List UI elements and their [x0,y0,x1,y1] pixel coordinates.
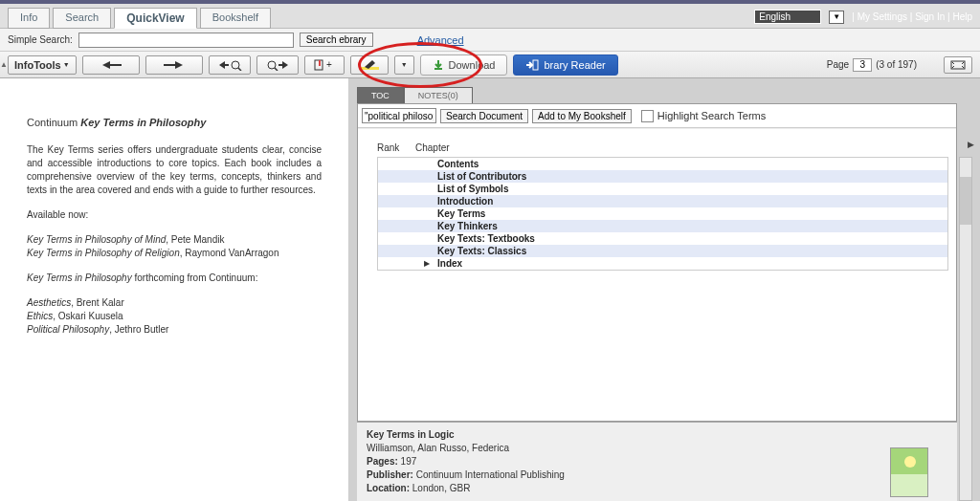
simple-search-row: Simple Search: Search ebrary Advanced [0,29,980,52]
infotools-button[interactable]: InfoTools▼ [8,55,77,75]
svg-text:+: + [326,59,332,70]
book-thumbnail[interactable] [890,447,928,497]
prev-page-button[interactable] [82,55,140,75]
collapse-icon[interactable]: ▲ [0,60,8,69]
toc-row[interactable]: List of Symbols [378,183,947,195]
toc-row[interactable]: Key Texts: Classics [378,245,947,257]
toc-row[interactable]: Key Terms [378,207,947,220]
highlight-terms-checkbox[interactable] [641,110,654,122]
reader-icon [525,59,539,71]
header-links: | My Settings | Sign In | Help [852,11,972,22]
svg-rect-10 [951,61,965,69]
document-page: Continuum Key Terms in Philosophy The Ke… [0,78,349,501]
toc-list: Contents List of Contributors List of Sy… [377,157,948,271]
search-document-button[interactable]: Search Document [440,109,528,123]
tab-quickview[interactable]: QuickView [114,8,196,29]
tab-search[interactable]: Search [53,8,111,29]
forthcoming-label: Key Terms in Philosophy forthcoming from… [27,272,322,285]
toc-pane: ▶ TOC NOTES(0) Search Document Add to My… [349,78,980,501]
svg-point-0 [232,61,239,69]
page-label: Page [827,59,849,70]
tab-info[interactable]: Info [8,8,50,29]
fullscreen-button[interactable] [944,56,972,74]
svg-rect-9 [533,60,538,70]
document-search-input[interactable] [362,108,436,123]
toc-row[interactable]: ▶Index [378,257,947,270]
advanced-search-link[interactable]: Advanced [417,34,464,46]
toc-row[interactable]: Key Thinkers [378,220,947,232]
toolbar: ▲ InfoTools▼ + ▼ Download brary Reader P… [0,52,980,78]
toc-row[interactable]: Key Texts: Textbooks [378,232,947,245]
highlight-terms-label: Highlight Search Terms [657,110,767,121]
sign-in-link[interactable]: Sign In [915,11,945,22]
document-search-row: Search Document Add to My Bookshelf High… [358,104,956,128]
zoom-in-button[interactable] [256,55,299,75]
svg-line-1 [238,68,241,71]
search-label: Simple Search: [8,34,73,45]
search-ebrary-button[interactable]: Search ebrary [300,33,373,47]
book-title: Key Terms in Logic [367,428,947,442]
highlight-button[interactable] [350,55,389,75]
svg-point-2 [268,61,276,69]
expand-icon[interactable]: ▶ [968,140,974,149]
dropdown-button[interactable]: ▼ [394,55,414,75]
series-title: Continuum Key Terms in Philosophy [27,117,322,128]
book-metadata: Key Terms in Logic Williamson, Alan Russ… [357,422,957,501]
tab-bookshelf[interactable]: Bookshelf [200,8,271,29]
zoom-out-button[interactable] [209,55,251,75]
available-now-label: Available now: [27,208,322,222]
svg-line-3 [275,68,278,71]
forthcoming-list: Aesthetics, Brent Kalar Ethics, Oskari K… [27,296,322,337]
svg-rect-5 [319,60,321,66]
language-dropdown-icon[interactable]: ▼ [829,11,844,24]
toc-row[interactable]: Introduction [378,195,947,207]
download-button[interactable]: Download [420,54,508,76]
language-select[interactable]: English [754,10,821,24]
bookmark-button[interactable]: + [304,55,345,75]
toc-tab[interactable]: TOC [357,87,404,103]
download-icon [433,59,444,71]
next-page-button[interactable] [145,55,203,75]
search-input[interactable] [78,33,294,48]
my-settings-link[interactable]: My Settings [858,11,907,22]
toc-row[interactable]: List of Contributors [378,170,947,183]
ebrary-reader-button[interactable]: brary Reader [513,54,617,76]
chapter-header: Chapter [415,142,450,153]
toc-row[interactable]: Contents [378,158,947,170]
page-total: (3 of 197) [876,59,917,70]
book-list: Key Terms in Philosophy of Mind, Pete Ma… [27,233,322,260]
series-description: The Key Terms series offers undergraduat… [27,143,322,197]
rank-header: Rank [377,142,415,153]
page-number-input[interactable] [853,58,872,72]
add-to-bookshelf-button[interactable]: Add to My Bookshelf [532,109,632,123]
header-bar: Info Search QuickView Bookshelf English … [0,4,980,29]
notes-tab[interactable]: NOTES(0) [404,87,473,103]
help-link[interactable]: Help [952,11,972,22]
main-tabs: Info Search QuickView Bookshelf [8,8,271,29]
scrollbar[interactable] [959,157,972,501]
book-authors: Williamson, Alan Russo, Federica [367,442,947,455]
